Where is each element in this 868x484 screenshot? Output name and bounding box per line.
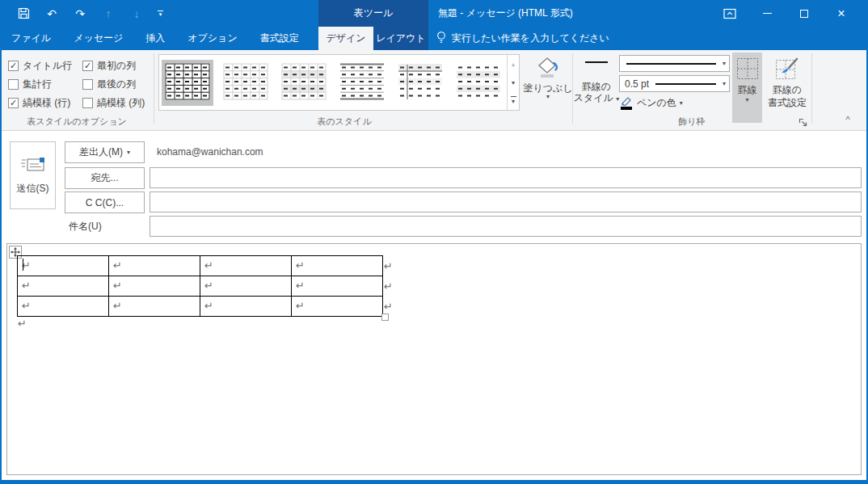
- row-end-mark: ↵: [384, 256, 393, 276]
- checkbox-header-row[interactable]: ✓ タイトル行: [8, 57, 82, 75]
- table-style-thumbnail-banded[interactable]: [278, 60, 330, 106]
- table-cell[interactable]: ↵: [109, 276, 200, 297]
- minimize-icon[interactable]: [748, 0, 786, 27]
- message-window: ↶ ↷ ↑ ↓ ▾ 表ツール 無題 - メッセージ (HTML 形式) × ファ…: [0, 0, 868, 484]
- tab-insert[interactable]: 挿入: [134, 27, 176, 50]
- tell-me-placeholder: 実行したい作業を入力してください: [452, 32, 609, 45]
- chevron-down-icon[interactable]: ▾: [723, 81, 726, 87]
- from-address: kohama@wanichan.com: [157, 141, 263, 163]
- checkbox-banded-columns[interactable]: 縞模様 (列): [82, 94, 160, 112]
- checkbox-icon[interactable]: ✓: [8, 98, 19, 108]
- checkbox-icon[interactable]: ✓: [82, 61, 93, 71]
- table-cell[interactable]: ↵: [18, 276, 109, 297]
- checkbox-label: タイトル行: [23, 59, 72, 73]
- window-border: [0, 0, 2, 484]
- table-cell[interactable]: ↵: [200, 256, 292, 276]
- shading-label: 塗りつぶし: [523, 82, 572, 94]
- customize-qat-icon[interactable]: ▾: [158, 11, 163, 16]
- tab-layout[interactable]: レイアウト: [373, 27, 428, 50]
- tab-design[interactable]: デザイン: [318, 27, 373, 50]
- table-resize-handle[interactable]: [381, 314, 389, 321]
- text-cursor: [23, 259, 23, 271]
- line-style-combobox[interactable]: ▾: [619, 55, 730, 72]
- send-button[interactable]: 送信(S): [10, 141, 56, 209]
- table-cell[interactable]: ↵: [292, 276, 383, 297]
- paragraph-mark: ↵: [204, 300, 213, 312]
- message-body[interactable]: ↵ ↵ ↵ ↵ ↵ ↵ ↵ ↵ ↵ ↵ ↵ ↵ ↵ ↵ ↵ ↵: [6, 243, 862, 475]
- paragraph-mark: ↵: [113, 280, 122, 292]
- table-cell[interactable]: ↵: [18, 256, 109, 276]
- undo-icon[interactable]: ↶: [44, 6, 59, 21]
- tab-message[interactable]: メッセージ: [62, 27, 134, 50]
- checkbox-icon[interactable]: [82, 98, 93, 108]
- to-button[interactable]: 宛先...: [65, 167, 145, 189]
- pen-color-label: ペンの色: [637, 96, 676, 110]
- gallery-more-icon[interactable]: ▾: [508, 91, 519, 110]
- table-cell[interactable]: ↵: [292, 297, 383, 317]
- checkbox-first-column[interactable]: ✓ 最初の列: [82, 57, 160, 75]
- table-cell[interactable]: ↵: [109, 256, 200, 276]
- maximize-icon[interactable]: [786, 0, 823, 27]
- checkbox-label: 最初の列: [97, 59, 136, 73]
- paragraph-mark: ↵: [296, 300, 305, 312]
- table-cell[interactable]: ↵: [200, 276, 292, 297]
- table-row: ↵ ↵ ↵ ↵: [18, 276, 383, 297]
- table-styles-gallery: ▴ ▾ ▾: [158, 54, 520, 111]
- table-style-thumbnail-header-firstcol[interactable]: [394, 60, 446, 106]
- cc-field[interactable]: [150, 191, 862, 213]
- checkbox-icon[interactable]: [8, 79, 19, 90]
- table-style-thumbnail-lines[interactable]: [336, 60, 388, 106]
- inserted-table[interactable]: ↵ ↵ ↵ ↵ ↵ ↵ ↵ ↵ ↵ ↵ ↵ ↵: [17, 255, 383, 317]
- tab-file[interactable]: ファイル: [0, 27, 62, 50]
- window-border: [0, 480, 868, 484]
- shading-button[interactable]: 塗りつぶし ▾: [525, 54, 571, 125]
- from-button[interactable]: 差出人(M) ▾: [65, 141, 145, 163]
- contextual-tabs: デザイン レイアウト: [318, 27, 428, 50]
- tab-options[interactable]: オプション: [176, 27, 248, 50]
- table-cell[interactable]: ↵: [200, 297, 292, 317]
- checkbox-icon[interactable]: [82, 79, 93, 90]
- pen-color-button[interactable]: ペンの色 ▾: [619, 96, 683, 110]
- tab-format-text[interactable]: 書式設定: [249, 27, 310, 50]
- checkbox-last-column[interactable]: 最後の列: [82, 75, 160, 94]
- to-field[interactable]: [150, 167, 862, 188]
- table-style-thumbnail-shaded-bands[interactable]: [453, 60, 504, 106]
- borders-button[interactable]: 罫線 ▾: [732, 53, 762, 123]
- line-weight-combobox[interactable]: 0.5 pt ▾: [619, 75, 730, 92]
- row-end-mark: ↵: [384, 276, 393, 297]
- collapse-ribbon-icon[interactable]: ^: [841, 115, 855, 126]
- border-styles-button[interactable]: 罫線の スタイル ▾: [575, 57, 617, 103]
- tell-me-box[interactable]: 実行したい作業を入力してください: [436, 27, 609, 50]
- border-painter-button[interactable]: 罫線の 書式設定: [765, 53, 809, 123]
- quick-access-toolbar: ↶ ↷ ↑ ↓ ▾: [16, 0, 163, 27]
- move-down-icon: ↓: [129, 6, 144, 21]
- checkbox-label: 縞模様 (列): [97, 96, 145, 110]
- checkbox-banded-rows[interactable]: ✓ 縞模様 (行): [8, 94, 82, 112]
- dialog-launcher-icon[interactable]: [798, 118, 808, 128]
- chevron-down-icon: ▾: [745, 97, 748, 103]
- paragraph-mark: ↵: [204, 280, 213, 292]
- chevron-down-icon[interactable]: ▾: [723, 61, 726, 67]
- group-label-table-styles: 表のスタイル: [158, 116, 530, 128]
- paragraph-mark: ↵: [18, 318, 27, 329]
- gallery-scroll-down-icon[interactable]: ▾: [508, 74, 519, 92]
- checkbox-total-row[interactable]: 集計行: [8, 75, 82, 94]
- cc-button[interactable]: C C(C)...: [65, 191, 145, 213]
- table-style-thumbnail-plain[interactable]: [220, 60, 272, 106]
- table-cell[interactable]: ↵: [18, 297, 109, 317]
- table-cell[interactable]: ↵: [292, 256, 383, 276]
- table-cell[interactable]: ↵: [109, 297, 200, 317]
- gallery-scrollbar: ▴ ▾ ▾: [507, 55, 519, 110]
- checkbox-label: 最後の列: [97, 78, 136, 91]
- ribbon-display-options-icon[interactable]: [711, 0, 748, 27]
- pen-color-icon: [619, 96, 634, 110]
- subject-field[interactable]: [150, 216, 862, 237]
- close-icon[interactable]: ×: [823, 0, 860, 27]
- checkbox-icon[interactable]: ✓: [8, 61, 19, 71]
- chevron-down-icon: ▾: [127, 149, 130, 156]
- table-style-options-group: ✓ タイトル行 ✓ 最初の列 集計行 最後の列 ✓ 縞模様 (行) 縞模様 (: [8, 57, 160, 112]
- table-style-thumbnail-grid[interactable]: [162, 60, 213, 106]
- border-style-sample-icon: [585, 61, 608, 63]
- redo-icon[interactable]: ↷: [73, 6, 87, 21]
- save-icon[interactable]: [16, 6, 31, 21]
